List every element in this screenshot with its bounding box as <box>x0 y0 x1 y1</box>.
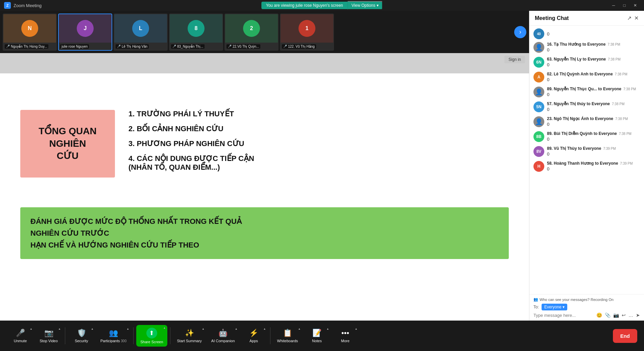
chat-avatar: 8B <box>533 131 544 142</box>
participant-thumb-5[interactable]: 1 🎤 122. Vũ Thị Hằng <box>280 14 334 51</box>
slide-list: 1. TRƯỜNG PHÁI LÝ THUYẾT2. BỐI CẢNH NGHI… <box>128 110 509 178</box>
chat-messages[interactable]: 40 0 👤 16. Tạ Thu Hướng to Everyone 7:38… <box>529 26 644 294</box>
slide-title-box: TỔNG QUAN NGHIÊN CỨU <box>20 110 115 178</box>
slide-list-item: 1. TRƯỜNG PHÁI LÝ THUYẾT <box>128 110 509 118</box>
chat-avatar: 👤 <box>533 116 544 127</box>
chat-message: H 58. Hoàng Thanh Hương to Everyone 7:39… <box>533 161 640 172</box>
chat-message: 8B 89. Bùi Thị Diễm Quỳnh to Everyone 7:… <box>533 131 640 142</box>
chat-message: 👤 89. Nguyễn Thị Thục Qu... to Everyone … <box>533 87 640 97</box>
participant-thumb-2[interactable]: L 🎤 Lê Thị Hồng Vân <box>114 14 168 51</box>
share-screen-button[interactable]: ▲ ⬆ Share Screen <box>136 325 167 347</box>
chat-message: 👤 16. Tạ Thu Hướng to Everyone 7:38 PM 0 <box>533 42 640 53</box>
slide-main: TỔNG QUAN NGHIÊN CỨU 1. TRƯỜNG PHÁI LÝ T… <box>14 80 516 207</box>
chat-input-row: 😊 📎 📷 ↩ … ➤ <box>533 312 640 318</box>
participant-thumb-3[interactable]: 8 🎤 83_Nguyễn Thị... <box>169 14 223 51</box>
apps-button[interactable]: ▲ ⚡ Apps <box>240 326 267 346</box>
window-controls: ─ □ ✕ <box>609 2 640 9</box>
slide-content: Sign in TỔNG QUAN NGHIÊN CỨU 1. TRƯỜNG P… <box>0 73 529 321</box>
zoom-app-icon: Z <box>4 2 11 9</box>
participants-button[interactable]: ▲ 👥 Participants 300 <box>96 326 130 346</box>
chat-header: Meeting Chat ↗ ✕ <box>529 11 644 26</box>
chat-avatar: A <box>533 72 544 83</box>
slide-bottom-line: NGHIÊN CỨU TRƯỚC <box>30 227 499 239</box>
chat-image-button[interactable]: 📷 <box>613 312 619 318</box>
toolbar-divider-4 <box>270 327 270 344</box>
slide-title-text: TỔNG QUAN NGHIÊN CỨU <box>39 125 96 162</box>
chat-title: Meeting Chat <box>535 15 569 21</box>
chat-reply-button[interactable]: ↩ <box>622 312 626 318</box>
toolbar-left-items: ▲ 🎤 Unmute ▲ 📷 Stop Video ▲ 🛡️ Security … <box>7 325 359 347</box>
chat-message: 👤 23. Ngô Thị Ngọc Ánh to Everyone 7:38 … <box>533 116 640 127</box>
main-area: N 🎤 Nguyễn Thị Hồng Duy... J julie rose … <box>0 11 644 321</box>
chat-message: 8V 89. Vũ Thị Thùy to Everyone 7:39 PM 0 <box>533 146 640 157</box>
notes-button[interactable]: ▲ 📝 Notes <box>303 326 330 346</box>
start-summary-button[interactable]: ▲ ✨ Start Summary <box>173 326 206 346</box>
end-button[interactable]: End <box>613 329 637 343</box>
slide-list-item: 3. PHƯƠNG PHÁP NGHIÊN CỨU <box>128 139 509 148</box>
participant-strip: N 🎤 Nguyễn Thị Hồng Duy... J julie rose … <box>0 11 529 53</box>
chat-footer: 👥 Who can see your messages? Recording O… <box>529 294 644 321</box>
chat-avatar: 8V <box>533 146 544 157</box>
chat-avatar: 6N <box>533 57 544 68</box>
chat-panel: Meeting Chat ↗ ✕ 40 0 👤 16. Tạ Thu Hướng… <box>529 11 644 321</box>
sign-in-button[interactable]: Sign in <box>504 56 525 63</box>
chat-message: 5N 57. Nguyễn Thị thúy to Everyone 7:38 … <box>533 101 640 112</box>
slide-list-item: 4. CÁC NỘI DUNG ĐƯỢC TIẾP CẬN (NHÂN TỐ, … <box>128 154 509 172</box>
chat-footer-icons: 😊 📎 📷 ↩ … ➤ <box>596 312 640 318</box>
close-button[interactable]: ✕ <box>630 2 640 9</box>
chat-to-dropdown[interactable]: Everyone ▾ <box>542 304 567 310</box>
slide-top-grey <box>0 53 529 73</box>
unmute-button[interactable]: ▲ 🎤 Unmute <box>7 326 34 346</box>
chat-visibility-text: 👥 Who can see your messages? Recording O… <box>533 297 640 302</box>
toolbar-divider-3 <box>170 327 170 344</box>
chat-input[interactable] <box>533 313 594 318</box>
toolbar: ▲ 🎤 Unmute ▲ 📷 Stop Video ▲ 🛡️ Security … <box>0 321 644 351</box>
titlebar: Z Zoom Meeting You are viewing julie ros… <box>0 0 644 11</box>
chat-header-icons: ↗ ✕ <box>627 15 639 21</box>
toolbar-divider-2 <box>133 327 134 344</box>
minimize-button[interactable]: ─ <box>609 2 618 9</box>
participant-thumb-1[interactable]: J julie rose Nguyen <box>58 14 112 51</box>
chat-external-link-button[interactable]: ↗ <box>627 15 631 21</box>
participant-thumb-0[interactable]: N 🎤 Nguyễn Thị Hồng Duy... <box>3 14 57 51</box>
screen-share-banner: You are viewing julie rose Nguyen's scre… <box>261 1 383 10</box>
whiteboards-button[interactable]: ▲ 📋 Whiteboards <box>273 326 302 346</box>
app-title: Zoom Meeting <box>14 3 42 8</box>
ai-companion-button[interactable]: ▲ 🤖 AI Companion <box>207 326 239 346</box>
chat-avatar: 👤 <box>533 87 544 97</box>
slide-area: Sign in TỔNG QUAN NGHIÊN CỨU 1. TRƯỜNG P… <box>0 53 529 321</box>
slide-bottom-line: ĐÁNH GIÁ ĐƯỢC MỨC ĐỘ THỐNG NHẤT TRONG KẾ… <box>30 215 499 227</box>
video-area: N 🎤 Nguyễn Thị Hồng Duy... J julie rose … <box>0 11 529 321</box>
chat-to-row: To: Everyone ▾ <box>533 304 640 310</box>
stop-video-button[interactable]: ▲ 📷 Stop Video <box>35 326 62 346</box>
banner-text: You are viewing julie rose Nguyen's scre… <box>261 2 348 9</box>
chat-more-button[interactable]: … <box>628 312 633 318</box>
chat-emoji-button[interactable]: 😊 <box>596 312 602 318</box>
security-button[interactable]: ▲ 🛡️ Security <box>68 326 95 346</box>
more-button[interactable]: ▲ ••• More <box>332 326 359 346</box>
chat-attachment-button[interactable]: 📎 <box>605 312 611 318</box>
chat-message: 6N 63. Nguyễn Thị Ly to Everyone 7:38 PM… <box>533 57 640 68</box>
share-screen-icon: ⬆ <box>146 328 157 338</box>
participant-thumb-4[interactable]: 2 🎤 22.Vũ Thị Quỳn... <box>224 14 279 51</box>
slide-bottom-line: HẠN CHẾ VÀ HƯỚNG NGHIÊN CỨU TIẾP THEO <box>30 239 499 251</box>
slide-list-item: 2. BỐI CẢNH NGHIÊN CỨU <box>128 124 509 133</box>
view-options-button[interactable]: View Options ▾ <box>348 1 383 10</box>
chat-close-button[interactable]: ✕ <box>634 15 639 21</box>
chat-send-button[interactable]: ➤ <box>636 312 640 318</box>
chat-avatar: H <box>533 161 544 172</box>
chat-avatar: 5N <box>533 101 544 112</box>
chat-avatar: 👤 <box>533 42 544 53</box>
slide-bottom-box: ĐÁNH GIÁ ĐƯỢC MỨC ĐỘ THỐNG NHẤT TRONG KẾ… <box>20 207 509 259</box>
maximize-button[interactable]: □ <box>620 2 629 9</box>
toolbar-divider-1 <box>65 327 65 344</box>
strip-next-button[interactable]: › <box>514 26 526 38</box>
chat-message: A 02. Lê Thị Quỳnh Anh to Everyone 7:38 … <box>533 72 640 83</box>
chat-msg-top: 40 0 <box>533 28 640 39</box>
